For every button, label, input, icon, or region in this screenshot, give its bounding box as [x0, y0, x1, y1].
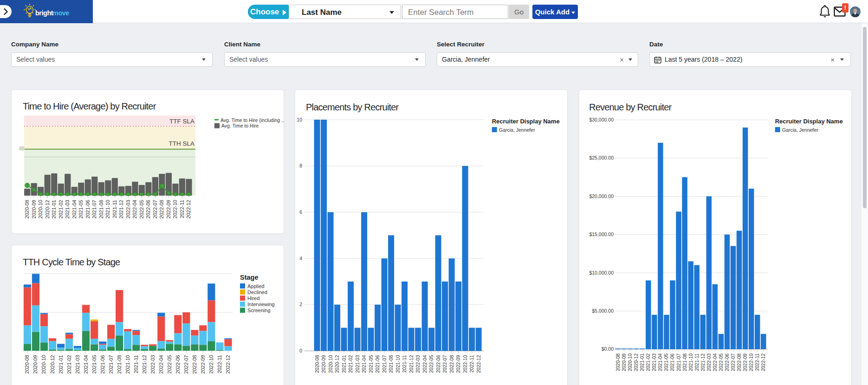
svg-text:2021-02: 2021-02 — [66, 355, 72, 373]
svg-text:Hired: Hired — [247, 295, 259, 301]
svg-text:$30,000.00: $30,000.00 — [589, 117, 614, 122]
svg-text:2022-09: 2022-09 — [742, 353, 748, 372]
svg-text:2021-03: 2021-03 — [355, 355, 360, 373]
svg-text:2022-06: 2022-06 — [175, 355, 181, 373]
svg-text:2021-10: 2021-10 — [105, 200, 110, 218]
svg-text:2021-06: 2021-06 — [85, 200, 91, 218]
svg-text:Garcia, Jennefer: Garcia, Jennefer — [782, 127, 818, 133]
svg-text:2022-09: 2022-09 — [200, 355, 206, 373]
svg-text:2021-07: 2021-07 — [91, 200, 97, 218]
svg-text:2020-08: 2020-08 — [314, 355, 320, 373]
svg-text:2021-06: 2021-06 — [100, 355, 105, 373]
svg-text:2022-11: 2022-11 — [217, 355, 222, 373]
svg-text:$15,000.00: $15,000.00 — [589, 231, 614, 237]
svg-text:Applied: Applied — [247, 283, 265, 289]
svg-text:Recruiter Display Name: Recruiter Display Name — [775, 118, 843, 125]
svg-text:2022-04: 2022-04 — [712, 353, 718, 372]
svg-text:2022-10: 2022-10 — [462, 355, 468, 373]
svg-text:2021-07: 2021-07 — [382, 355, 387, 373]
svg-text:2021-02: 2021-02 — [58, 200, 64, 218]
svg-text:2021-01: 2021-01 — [341, 355, 347, 373]
svg-text:Avg. Time to Hire (including .: Avg. Time to Hire (including ... — [220, 117, 285, 123]
svg-text:2022-03: 2022-03 — [125, 200, 131, 218]
svg-text:4: 4 — [299, 256, 302, 261]
svg-text:2021-11: 2021-11 — [112, 200, 117, 218]
svg-text:2021-11: 2021-11 — [402, 355, 407, 372]
svg-text:2021-05: 2021-05 — [368, 355, 374, 373]
svg-text:2021-07: 2021-07 — [108, 355, 114, 373]
svg-text:2021-12: 2021-12 — [408, 355, 414, 373]
svg-text:2022-10: 2022-10 — [748, 353, 754, 372]
svg-text:2021-10: 2021-10 — [688, 353, 693, 372]
svg-text:2022-07: 2022-07 — [442, 355, 447, 373]
svg-text:2021-12: 2021-12 — [142, 355, 147, 373]
svg-text:2021-05: 2021-05 — [91, 355, 97, 373]
svg-text:2021-04: 2021-04 — [361, 355, 367, 373]
svg-text:Avg. Time to Hire: Avg. Time to Hire — [221, 123, 259, 128]
svg-text:2022-05: 2022-05 — [428, 355, 434, 373]
svg-text:10: 10 — [297, 117, 302, 122]
svg-text:2022-09: 2022-09 — [166, 200, 171, 218]
svg-text:2022-10: 2022-10 — [172, 200, 178, 218]
svg-text:2022-03: 2022-03 — [415, 355, 421, 373]
svg-text:2022-12: 2022-12 — [476, 355, 481, 373]
svg-text:2021-07: 2021-07 — [676, 353, 681, 372]
svg-text:2021-03: 2021-03 — [65, 200, 70, 218]
svg-text:2020-09: 2020-09 — [321, 355, 326, 373]
svg-text:move: move — [52, 9, 69, 17]
svg-text:2021-11: 2021-11 — [133, 355, 139, 373]
svg-text:2022-03: 2022-03 — [150, 355, 155, 373]
svg-text:Declined: Declined — [247, 289, 267, 295]
svg-text:2021-08: 2021-08 — [117, 355, 122, 373]
svg-text:2022-08: 2022-08 — [192, 355, 197, 373]
svg-text:2021-04: 2021-04 — [83, 355, 89, 373]
svg-text:2022-04: 2022-04 — [132, 200, 137, 218]
svg-text:$0.00: $0.00 — [602, 346, 614, 352]
svg-text:Recruiter Display Name: Recruiter Display Name — [492, 118, 560, 125]
svg-text:Garcia, Jennefer: Garcia, Jennefer — [499, 127, 535, 133]
svg-text:2022-08: 2022-08 — [159, 200, 164, 218]
svg-text:2022-09: 2022-09 — [455, 355, 461, 373]
svg-text:Screening: Screening — [247, 308, 271, 313]
svg-text:2022-11: 2022-11 — [469, 355, 474, 372]
svg-text:2020-10: 2020-10 — [328, 355, 333, 373]
svg-text:$5,000.00: $5,000.00 — [592, 308, 614, 314]
svg-text:2020-12: 2020-12 — [45, 200, 50, 218]
svg-text:2021-08: 2021-08 — [682, 353, 687, 372]
svg-text:Interviewing: Interviewing — [247, 302, 275, 307]
svg-text:2022-06: 2022-06 — [435, 355, 441, 373]
svg-text:2022-06: 2022-06 — [724, 353, 730, 372]
svg-text:2021-12: 2021-12 — [700, 353, 706, 372]
svg-text:2020-10: 2020-10 — [38, 200, 43, 218]
svg-text:2022-05: 2022-05 — [718, 353, 724, 372]
svg-text:2021-05: 2021-05 — [78, 200, 84, 218]
svg-text:2021-12: 2021-12 — [118, 200, 124, 218]
svg-text:2021-01: 2021-01 — [51, 200, 57, 218]
svg-text:2020-08: 2020-08 — [25, 355, 30, 373]
svg-text:2021-04: 2021-04 — [657, 353, 663, 372]
svg-text:2020-12: 2020-12 — [633, 353, 639, 372]
svg-text:2022-11: 2022-11 — [754, 353, 760, 371]
svg-text:2020-10: 2020-10 — [627, 353, 633, 372]
svg-text:TTF SLA: TTF SLA — [169, 118, 194, 125]
svg-text:2022-07: 2022-07 — [152, 200, 158, 218]
svg-text:2021-05: 2021-05 — [663, 353, 669, 372]
svg-text:2021-03: 2021-03 — [75, 355, 80, 373]
svg-text:2022-03: 2022-03 — [706, 353, 712, 372]
svg-text:2022-12: 2022-12 — [186, 200, 191, 218]
svg-text:2021-06: 2021-06 — [670, 353, 675, 372]
svg-text:2020-09: 2020-09 — [621, 353, 627, 372]
svg-text:2022-05: 2022-05 — [167, 355, 172, 373]
svg-text:bright: bright — [35, 9, 53, 17]
svg-text:2022-08: 2022-08 — [449, 355, 454, 373]
svg-text:2022-07: 2022-07 — [730, 353, 736, 372]
svg-text:2021-10: 2021-10 — [125, 355, 130, 373]
svg-text:2021-08: 2021-08 — [98, 200, 104, 218]
svg-text:2022-10: 2022-10 — [208, 355, 214, 373]
svg-text:$20,000.00: $20,000.00 — [589, 193, 614, 199]
svg-text:2022-12: 2022-12 — [225, 355, 231, 373]
svg-text:2021-01: 2021-01 — [639, 353, 645, 372]
svg-text:2022-08: 2022-08 — [736, 353, 742, 372]
svg-text:2022-06: 2022-06 — [145, 200, 151, 218]
svg-text:2020-08: 2020-08 — [24, 200, 30, 218]
